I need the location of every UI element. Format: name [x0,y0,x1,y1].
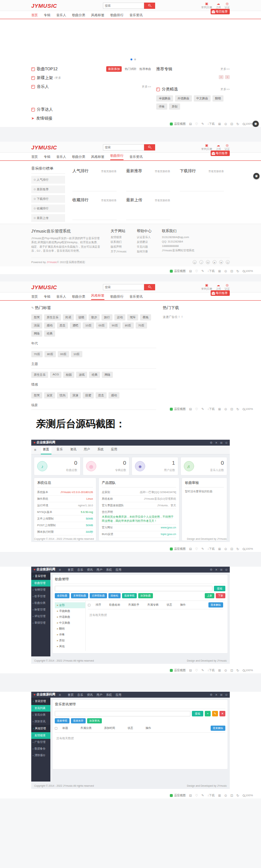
carousel-banner[interactable] [0,19,261,63]
admin-nav-tab[interactable]: 用户 [96,568,102,572]
admin-nav-tab[interactable]: 音乐 [77,693,83,697]
tag-pill[interactable]: 90后 [109,322,121,329]
tag-pill[interactable]: 民谣 [63,314,74,320]
nav-item[interactable]: 音乐资讯 [129,155,143,159]
sidebar-menu-item[interactable]: 歌曲管理 [31,580,50,587]
viewer-tool-icon[interactable]: ⊟ [189,669,192,672]
viewer-tool-icon[interactable]: ⊟ [189,547,192,551]
tag-pill[interactable]: 散步 [89,314,100,320]
daily-recommend-badge[interactable]: 10每日推荐 [211,9,230,14]
viewer-tool-icon[interactable]: ⊙ [224,669,227,672]
viewer-tool-icon[interactable]: ↻ [236,122,239,126]
viewer-tool-icon[interactable]: ♡ [195,122,198,126]
login-link[interactable]: ▣登录|注册 [201,144,212,151]
viewer-tool-icon[interactable]: ✎ [201,407,204,411]
topbar-icon[interactable]: ⊞ [220,693,223,697]
nav-item[interactable]: 音乐资讯 [129,13,143,18]
verify-link[interactable]: ◎认证 [225,144,230,151]
viewer-tool-icon[interactable]: ♡ [195,794,198,797]
tag-pill[interactable]: 网络 [102,372,113,378]
topbar-icon[interactable]: ⚙ [210,693,212,697]
login-link[interactable]: ▣登录|注册 [201,284,212,291]
tag-pill[interactable]: 驾车 [127,314,138,320]
new-album-more-link[interactable]: /更多 [54,76,61,80]
admin-nav-tab[interactable]: 系统 [95,446,106,454]
download-button[interactable]: ↓下载 [207,668,215,672]
category-tree-item[interactable]: 串烧舞曲 [55,608,85,614]
tag-pill[interactable]: 80后 [122,322,134,329]
category-tag[interactable]: 伴奏 [156,103,167,110]
download-button[interactable]: ↓下载 [207,122,215,126]
admin-nav-tab[interactable]: 资讯 [68,446,79,454]
tag-pill[interactable]: 原生音乐 [44,314,61,320]
viewer-tool-icon[interactable]: ↻ [236,269,239,273]
tag-pill[interactable]: 说唱 [76,314,87,320]
view-mode-badge[interactable]: 适应视图 [170,793,186,797]
view-full-list-link[interactable]: 查看完整榜单 [101,199,117,202]
viewer-tool-icon[interactable]: ⊡ [230,407,233,411]
tab-recommend[interactable]: 推荐单曲 [139,67,151,71]
unpublish-button[interactable]: 下架 [216,593,225,598]
publish-button[interactable]: 上架 [205,593,214,598]
login-link[interactable]: ▣登录|注册 [201,2,212,9]
sidebar-menu-item[interactable]: 数据备份 [31,745,50,752]
category-tree-item[interactable]: 全部 [55,602,85,608]
reviewed-songs-button[interactable]: 已审核歌曲 [90,593,107,598]
view-full-list-link[interactable]: 查看完整榜单 [155,170,170,173]
tag-pill[interactable]: 酒吧 [70,322,81,329]
sidebar-menu-item[interactable]: 评论管理 [31,613,50,620]
nav-item[interactable]: 首页 [31,155,38,159]
category-tree-item[interactable]: 其他 [55,644,85,649]
batch-recommend-button[interactable]: 批量推荐 [71,718,86,723]
zoom-level[interactable]: 100% [243,122,253,125]
category-tag[interactable]: 翻唱 [212,95,224,102]
admin-search-button[interactable]: 搜索 [192,711,203,716]
download-button[interactable]: ↓下载 [207,407,215,411]
select-all-checkbox[interactable] [55,727,57,730]
zoom-level[interactable]: 100% [243,547,253,550]
viewer-tool-icon[interactable]: ⊞ [218,547,221,551]
view-mode-badge[interactable]: 适应视图 [170,668,186,672]
add-song-button[interactable]: 添加歌曲 [138,593,153,598]
admin-nav-tab[interactable]: 应用 [115,568,121,572]
zoom-level[interactable]: 100% [243,269,253,273]
nav-item[interactable]: 风格标签 [91,293,104,300]
carousel-dot-active[interactable] [130,59,132,60]
sidebar-menu-item[interactable]: 举报管理 [31,620,50,626]
view-mode-badge[interactable]: 适应视图 [170,547,186,551]
tag-pill[interactable]: ACG [50,372,61,378]
verify-link[interactable]: ◎认证 [225,284,230,291]
rank-sidebar-item[interactable]: 最新上传 [31,214,65,222]
sidebar-menu-item[interactable]: 标签管理 [31,606,50,613]
topbar-icon[interactable]: ⊞ [220,568,223,571]
search-button[interactable] [144,284,155,290]
category-tag[interactable]: 中文舞曲 [194,95,211,102]
nav-item[interactable]: 音乐人 [56,13,66,18]
social-icon[interactable]: ♫ [199,260,203,264]
select-all-checkbox[interactable] [88,604,90,606]
viewer-tool-icon[interactable]: ↻ [236,669,239,672]
tag-pill[interactable]: 想哭 [31,314,42,320]
topbar-icon[interactable]: ⚙ [210,568,212,571]
viewer-tool-icon[interactable]: ⊡ [230,122,233,126]
tag-pill[interactable]: 夜晚 [140,314,151,320]
viewer-tool-icon[interactable]: ⊞ [218,794,221,797]
upload-link[interactable]: ☁上传 [216,284,221,291]
category-tree-item[interactable]: 翻唱 [55,626,85,632]
footer-link[interactable]: 联系我们 [111,240,126,244]
next-arrow-button[interactable]: › [225,75,230,79]
carousel-dot[interactable] [134,59,136,60]
sidebar-menu-item[interactable]: 清除缓存 [31,752,50,759]
daily-recommend-badge[interactable]: 10每日推荐 [211,150,230,156]
nav-item[interactable]: 首页 [31,13,38,18]
musician-more-link[interactable]: 更多>> [142,85,151,89]
verify-link[interactable]: ◎认证 [225,2,230,9]
admin-nav-tab[interactable]: 用户 [82,446,92,454]
admin-nav-tab[interactable]: 用户 [96,693,102,697]
topbar-icon[interactable]: ✕ [215,693,218,697]
viewer-tool-icon[interactable]: ⊡ [230,669,233,672]
tag-pill[interactable]: 思念 [57,322,68,329]
admin-nav-tab[interactable]: 首页 [68,568,74,572]
download-button[interactable]: ↓下载 [207,793,215,797]
all-songs-button[interactable]: 全部歌曲 [55,593,69,598]
